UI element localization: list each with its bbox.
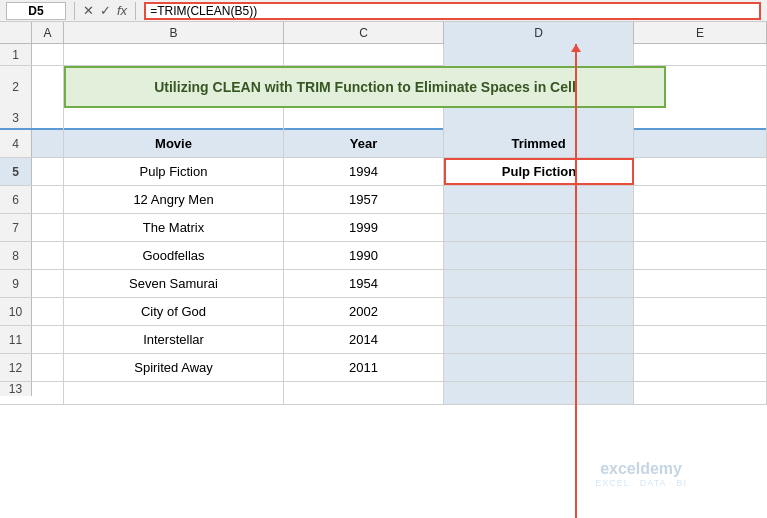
cell-b6[interactable]: 12 Angry Men	[64, 186, 284, 213]
cell-e8[interactable]	[634, 242, 767, 269]
cell-e1[interactable]	[634, 44, 767, 66]
cell-a6[interactable]	[32, 186, 64, 213]
row-num-3: 3	[0, 108, 32, 128]
cell-d12[interactable]	[444, 354, 634, 381]
cell-b13[interactable]	[64, 382, 284, 404]
cell-d6[interactable]	[444, 186, 634, 213]
col-header-a[interactable]: A	[32, 22, 64, 44]
row-num-8: 8	[0, 242, 32, 269]
cell-a7[interactable]	[32, 214, 64, 241]
row-num-5: 5	[0, 158, 32, 185]
cell-b8[interactable]: Goodfellas	[64, 242, 284, 269]
row-10: 10 City of God 2002	[0, 298, 767, 326]
cell-a4[interactable]	[32, 130, 64, 157]
watermark-logo: exceldemy	[595, 460, 687, 478]
row-8: 8 Goodfellas 1990	[0, 242, 767, 270]
cell-reference-box[interactable]: D5	[6, 2, 66, 20]
cell-b12[interactable]: Spirited Away	[64, 354, 284, 381]
cell-c7[interactable]: 1999	[284, 214, 444, 241]
cell-b7[interactable]: The Matrix	[64, 214, 284, 241]
row-num-13: 13	[0, 382, 32, 396]
header-movie[interactable]: Movie	[64, 130, 284, 157]
col-header-e[interactable]: E	[634, 22, 767, 44]
cell-a10[interactable]	[32, 298, 64, 325]
cell-a13[interactable]	[32, 382, 64, 404]
cell-d5[interactable]: Pulp Fiction	[444, 158, 634, 185]
row-num-header	[0, 22, 32, 43]
cell-b5[interactable]: Pulp Fiction	[64, 158, 284, 185]
function-icon[interactable]: fx	[117, 3, 127, 18]
cell-a12[interactable]	[32, 354, 64, 381]
cell-e5[interactable]	[634, 158, 767, 185]
cell-c1[interactable]	[284, 44, 444, 66]
header-year[interactable]: Year	[284, 130, 444, 157]
cell-c5[interactable]: 1994	[284, 158, 444, 185]
col-header-b[interactable]: B	[64, 22, 284, 44]
cell-d8[interactable]	[444, 242, 634, 269]
col-header-c[interactable]: C	[284, 22, 444, 44]
cell-d3[interactable]	[444, 108, 634, 130]
red-border-line	[575, 44, 577, 518]
divider	[74, 2, 75, 20]
row-num-2: 2	[0, 66, 32, 108]
confirm-icon[interactable]: ✓	[100, 3, 111, 18]
cell-b3[interactable]	[64, 108, 284, 130]
cell-e11[interactable]	[634, 326, 767, 353]
cell-a11[interactable]	[32, 326, 64, 353]
cell-c9[interactable]: 1954	[284, 270, 444, 297]
row-7: 7 The Matrix 1999	[0, 214, 767, 242]
cell-c13[interactable]	[284, 382, 444, 404]
cell-d13[interactable]	[444, 382, 634, 404]
row-5: 5 Pulp Fiction 1994 Pulp Fiction	[0, 158, 767, 186]
cell-e4[interactable]	[634, 130, 767, 157]
cell-a3[interactable]	[32, 108, 64, 130]
cell-e13[interactable]	[634, 382, 767, 404]
formula-bar-row: D5 ✕ ✓ fx =TRIM(CLEAN(B5))	[0, 0, 767, 22]
watermark-tagline: EXCEL · DATA · BI	[595, 478, 687, 488]
cell-c6[interactable]: 1957	[284, 186, 444, 213]
cell-a9[interactable]	[32, 270, 64, 297]
cell-e10[interactable]	[634, 298, 767, 325]
cell-b1[interactable]	[64, 44, 284, 66]
col-header-d[interactable]: D	[444, 22, 634, 44]
cell-a1[interactable]	[32, 44, 64, 66]
cell-c11[interactable]: 2014	[284, 326, 444, 353]
header-trimmed[interactable]: Trimmed	[444, 130, 634, 157]
cell-d1[interactable]	[444, 44, 634, 66]
cell-e3[interactable]	[634, 108, 767, 130]
cell-a8[interactable]	[32, 242, 64, 269]
row-12: 12 Spirited Away 2011	[0, 354, 767, 382]
cell-e6[interactable]	[634, 186, 767, 213]
cell-b11[interactable]: Interstellar	[64, 326, 284, 353]
cell-c10[interactable]: 2002	[284, 298, 444, 325]
cell-c8[interactable]: 1990	[284, 242, 444, 269]
cell-b10[interactable]: City of God	[64, 298, 284, 325]
cell-d9[interactable]	[444, 270, 634, 297]
watermark: exceldemy EXCEL · DATA · BI	[595, 460, 687, 488]
spreadsheet-body: 1 2 Utilizing CLEAN with TRIM Function t…	[0, 44, 767, 518]
formula-icons: ✕ ✓ fx	[83, 3, 127, 18]
cell-e12[interactable]	[634, 354, 767, 381]
cell-e9[interactable]	[634, 270, 767, 297]
row-num-7: 7	[0, 214, 32, 241]
row-6: 6 12 Angry Men 1957	[0, 186, 767, 214]
cell-c12[interactable]: 2011	[284, 354, 444, 381]
cell-d7[interactable]	[444, 214, 634, 241]
sheet-rows: 1 2 Utilizing CLEAN with TRIM Function t…	[0, 44, 767, 405]
cell-e2[interactable]	[666, 66, 767, 108]
cancel-icon[interactable]: ✕	[83, 3, 94, 18]
row-1: 1	[0, 44, 767, 66]
cell-b9[interactable]: Seven Samurai	[64, 270, 284, 297]
cell-d11[interactable]	[444, 326, 634, 353]
row-2: 2 Utilizing CLEAN with TRIM Function to …	[0, 66, 767, 108]
cell-c3[interactable]	[284, 108, 444, 130]
row-11: 11 Interstellar 2014	[0, 326, 767, 354]
cell-a2[interactable]	[32, 66, 64, 108]
divider2	[135, 2, 136, 20]
formula-input[interactable]: =TRIM(CLEAN(B5))	[144, 2, 761, 20]
row-num-12: 12	[0, 354, 32, 381]
cell-e7[interactable]	[634, 214, 767, 241]
cell-a5[interactable]	[32, 158, 64, 185]
cell-d10[interactable]	[444, 298, 634, 325]
row-num-4: 4	[0, 130, 32, 157]
